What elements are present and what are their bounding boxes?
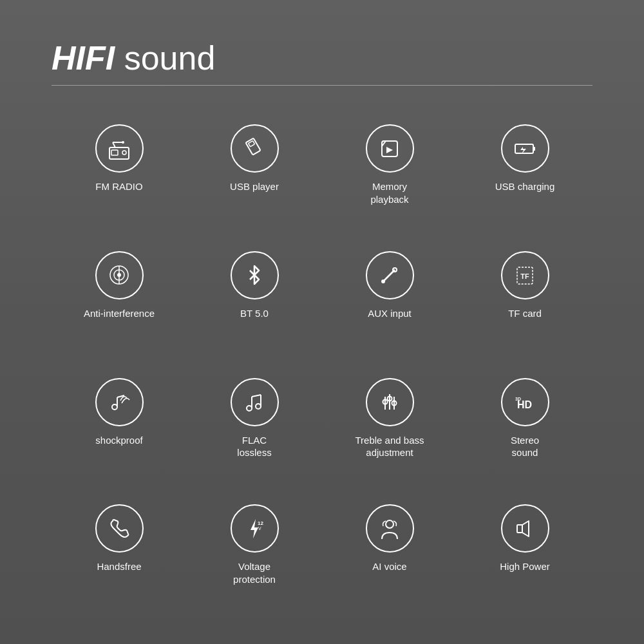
- speaker-icon: [512, 516, 538, 542]
- feature-anti-interference: Anti-interference: [52, 245, 187, 365]
- bt-icon-circle: [231, 251, 279, 299]
- feature-high-power: High Power: [457, 498, 592, 618]
- handsfree-icon-circle: [95, 504, 144, 553]
- feature-shockproof: shockproof: [52, 372, 187, 492]
- title-divider: [52, 85, 592, 86]
- feature-handsfree: Handsfree: [52, 498, 187, 618]
- fm-radio-icon-circle: [95, 124, 144, 173]
- svg-point-5: [122, 141, 124, 144]
- radio-icon: [106, 136, 132, 162]
- svg-text:V: V: [258, 526, 261, 531]
- memory-icon: [377, 136, 402, 162]
- feature-tf: TF TF card: [457, 245, 592, 365]
- memory-playback-icon-circle: [366, 124, 414, 173]
- svg-line-20: [391, 272, 393, 274]
- svg-text:12: 12: [258, 520, 263, 526]
- feature-usb-charging: USB charging: [457, 118, 592, 238]
- svg-rect-11: [533, 147, 535, 151]
- tf-icon-circle: TF: [501, 251, 549, 299]
- usb-charge-icon: [512, 136, 538, 162]
- hd-icon: 3D HD: [512, 389, 538, 415]
- eq-icon: [377, 389, 402, 415]
- usb-charging-icon-circle: [501, 124, 549, 173]
- usb-icon: [242, 136, 267, 162]
- usb-player-icon-circle: [231, 124, 279, 173]
- ai-voice-icon-circle: [366, 504, 414, 553]
- feature-memory-playback: Memoryplayback: [322, 118, 457, 238]
- memory-playback-label: Memoryplayback: [370, 180, 408, 205]
- features-grid: FM RADIO USB player: [52, 118, 592, 618]
- shockproof-label: shockproof: [95, 434, 142, 447]
- title-bold: HIFI: [52, 39, 115, 77]
- high-power-label: High Power: [500, 560, 550, 573]
- anti-interference-label: Anti-interference: [84, 307, 155, 320]
- stereo-label: Stereosound: [511, 434, 539, 459]
- feature-aux: AUX input: [322, 245, 457, 365]
- page-title: HIFI sound: [52, 39, 592, 77]
- svg-line-30: [252, 395, 261, 397]
- ai-icon: [377, 516, 402, 542]
- svg-rect-1: [111, 150, 118, 155]
- svg-rect-7: [249, 140, 255, 146]
- svg-point-27: [256, 404, 261, 409]
- tf-label: TF card: [508, 307, 542, 320]
- feature-voltage: 12 V Voltageprotection: [187, 498, 322, 618]
- shockproof-icon-circle: [95, 378, 144, 426]
- handsfree-label: Handsfree: [97, 560, 141, 573]
- svg-text:TF: TF: [520, 272, 529, 280]
- high-power-icon-circle: [501, 504, 549, 553]
- aux-label: AUX input: [368, 307, 412, 320]
- feature-stereo: 3D HD Stereosound: [457, 372, 592, 492]
- title-light: sound: [115, 39, 215, 77]
- treble-bass-label: Treble and bassadjustment: [355, 434, 424, 459]
- ai-voice-label: AI voice: [372, 560, 406, 573]
- feature-bt: BT 5.0: [187, 245, 322, 365]
- svg-point-2: [122, 151, 126, 155]
- anti-interference-icon-circle: [95, 251, 144, 299]
- tf-card-icon: TF: [512, 262, 538, 288]
- feature-fm-radio: FM RADIO: [52, 118, 187, 238]
- svg-point-26: [247, 406, 252, 411]
- bluetooth-icon: [242, 262, 267, 288]
- aux-icon: [377, 262, 402, 288]
- svg-line-3: [113, 142, 115, 147]
- feature-ai-voice: AI voice: [322, 498, 457, 618]
- usb-player-label: USB player: [230, 180, 279, 193]
- music-icon: [242, 389, 267, 415]
- antenna-icon: [106, 262, 132, 288]
- feature-flac: FLAClossless: [187, 372, 322, 492]
- svg-text:HD: HD: [517, 399, 532, 410]
- shockproof-icon: [106, 389, 132, 415]
- svg-point-18: [381, 279, 385, 283]
- feature-treble-bass: Treble and bassadjustment: [322, 372, 457, 492]
- svg-marker-9: [386, 147, 393, 153]
- phone-icon: [106, 516, 132, 542]
- header: HIFI sound: [52, 39, 592, 105]
- stereo-icon-circle: 3D HD: [501, 378, 549, 426]
- flac-icon-circle: [231, 378, 279, 426]
- svg-point-42: [386, 520, 393, 528]
- svg-point-23: [112, 404, 117, 410]
- aux-icon-circle: [366, 251, 414, 299]
- voltage-icon-circle: 12 V: [231, 504, 279, 553]
- voltage-icon: 12 V: [242, 516, 267, 542]
- page-container: HIFI sound FM RADIO: [0, 0, 644, 644]
- voltage-label: Voltageprotection: [233, 560, 276, 585]
- treble-bass-icon-circle: [366, 378, 414, 426]
- svg-marker-44: [522, 521, 529, 536]
- usb-charging-label: USB charging: [495, 180, 555, 193]
- svg-rect-43: [517, 525, 522, 533]
- bt-label: BT 5.0: [240, 307, 269, 320]
- flac-label: FLAClossless: [237, 434, 271, 459]
- feature-usb-player: USB player: [187, 118, 322, 238]
- fm-radio-label: FM RADIO: [95, 180, 142, 193]
